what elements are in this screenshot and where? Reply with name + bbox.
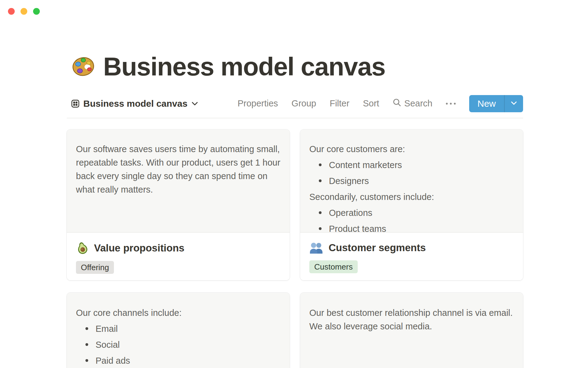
card-customer-segments[interactable]: Our core customers are: Content marketer… [300, 129, 523, 280]
card-paragraph: Our best customer relationship channel i… [309, 306, 514, 333]
view-name: Business model canvas [83, 98, 187, 109]
bullet-icon [85, 359, 88, 362]
card-paragraph: Our core channels include: [76, 306, 281, 320]
card-title: Customer segments [329, 242, 426, 254]
card-list-item: Paid ads [76, 354, 281, 367]
card-preview: Our software saves users time by automat… [67, 129, 290, 232]
window-controls [8, 8, 40, 15]
card-preview: Our best customer relationship channel i… [300, 293, 523, 368]
search-label: Search [404, 98, 432, 109]
new-dropdown-button[interactable] [504, 95, 523, 112]
search-icon [393, 98, 401, 109]
card-list-item: Product teams [309, 222, 514, 232]
card-title: Value propositions [94, 242, 184, 254]
close-button[interactable] [8, 8, 15, 15]
card-paragraph: Our software saves users time by automat… [76, 142, 281, 196]
bullet-icon [319, 163, 322, 166]
ellipsis-icon [446, 103, 456, 105]
card-list-item: Email [76, 322, 281, 335]
chevron-down-icon [511, 101, 517, 106]
view-toolbar: Business model canvas Properties Group F… [67, 95, 523, 113]
card-list-item: Designers [309, 174, 514, 188]
people-emoji-icon [309, 241, 323, 254]
view-switcher[interactable]: Business model canvas [71, 98, 198, 109]
filter-button[interactable]: Filter [330, 98, 349, 109]
group-button[interactable]: Group [292, 98, 316, 109]
page-title[interactable]: Business model canvas [103, 53, 385, 81]
card-preview: Our core channels include: Email Social … [67, 293, 290, 368]
card-paragraph: Our core customers are: [309, 142, 514, 156]
chevron-down-icon [191, 102, 198, 106]
search-button[interactable]: Search [393, 98, 432, 109]
new-button-group: New [469, 95, 523, 112]
card-footer: Value propositions Offering [67, 232, 290, 280]
card-paragraph: Secondarily, customers include: [309, 190, 514, 204]
bullet-icon [85, 327, 88, 330]
card-value-propositions[interactable]: Our software saves users time by automat… [67, 129, 290, 280]
more-options-button[interactable] [446, 103, 456, 105]
palette-emoji-icon[interactable] [71, 56, 95, 78]
minimize-button[interactable] [21, 8, 27, 15]
properties-button[interactable]: Properties [238, 98, 278, 109]
card-preview: Our core customers are: Content marketer… [300, 129, 523, 232]
sort-button[interactable]: Sort [363, 98, 379, 109]
page-content: Business model canvas Business model can… [67, 53, 523, 368]
card-list-item: Operations [309, 206, 514, 220]
card-customer-relationships[interactable]: Our best customer relationship channel i… [300, 293, 523, 368]
card-list-item: Content marketers [309, 158, 514, 172]
bullet-icon [85, 343, 88, 346]
tag-customers: Customers [309, 260, 358, 273]
gallery-grid: Our software saves users time by automat… [67, 129, 523, 368]
bullet-icon [319, 179, 322, 182]
gallery-view-icon [71, 100, 79, 108]
page-header: Business model canvas [67, 53, 523, 81]
card-footer: Customer segments Customers [300, 232, 523, 280]
new-button[interactable]: New [469, 95, 504, 112]
bullet-icon [319, 211, 322, 214]
card-channels[interactable]: Our core channels include: Email Social … [67, 293, 290, 368]
toolbar-divider [67, 118, 523, 118]
bullet-icon [319, 227, 322, 230]
avocado-emoji-icon [76, 241, 89, 255]
tag-offering: Offering [76, 261, 114, 274]
card-list-item: Social [76, 338, 281, 351]
zoom-button[interactable] [33, 8, 40, 15]
toolbar-actions: Properties Group Filter Sort Search New [238, 95, 523, 112]
